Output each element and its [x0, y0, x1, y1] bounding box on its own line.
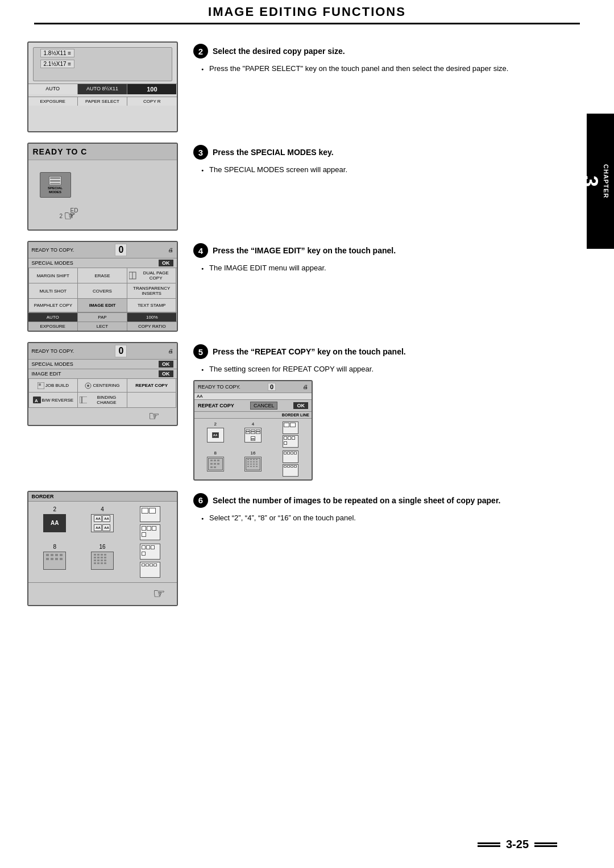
lrp-b4c — [152, 526, 156, 531]
menu-cell-image-edit[interactable]: IMAGE EDIT — [78, 299, 127, 312]
menu-cell-pamphlet[interactable]: PAMPHLET COPY — [29, 299, 78, 312]
svg-rect-1 — [50, 180, 60, 182]
svg-rect-33 — [247, 466, 249, 467]
srp-b8a — [284, 452, 287, 454]
srp-cancel-ok: REPEAT COPY CANCEL OK — [194, 400, 312, 412]
srp-page-4c: AA — [256, 429, 260, 434]
svg-rect-25 — [247, 461, 249, 462]
lrp-opt-16[interactable]: 16 — [80, 544, 125, 578]
srp-b4d — [284, 441, 287, 445]
menu-cell-text-stamp[interactable]: TEXT STAMP — [127, 299, 177, 312]
svg-rect-2 — [50, 183, 60, 184]
menu-cell-job[interactable]: JOB BUILD — [29, 379, 78, 393]
srp-b4a — [284, 436, 287, 440]
menu-cell-erase[interactable]: ERASE — [78, 268, 127, 283]
step-2-bullet-1: Press the "PAPER SELECT" key on the touc… — [201, 63, 551, 75]
lrp-b2a — [142, 508, 148, 514]
large-repeat-panel: BORDER 2 AA 4 — [27, 491, 178, 606]
srp-b2a — [284, 423, 289, 427]
lrp-opt-2-block: AA — [43, 514, 66, 532]
srp-ok-btn[interactable]: OK — [293, 402, 308, 409]
srp-opt-4[interactable]: 4 AA AA AA — [235, 422, 271, 443]
srp-opt-16[interactable]: 16 — [235, 450, 271, 471]
menu-cell-dual[interactable]: DUAL PAGE COPY — [127, 268, 177, 283]
srp-page-8 — [208, 458, 223, 470]
step-5-bullet-1: The setting screen for REPEAT COPY will … — [201, 364, 551, 375]
step-6-instructions: 6 Select the number of images to be repe… — [193, 491, 551, 524]
step5-modes-label: SPECIAL MODES — [32, 361, 73, 367]
step-3-number: 3 — [193, 145, 208, 160]
lrp-grid: 2 AA 4 AA AA — [28, 502, 177, 582]
lrp-border-16b — [140, 562, 160, 578]
step-4-diagram: READY TO COPY. 0 🖨 SPECIAL MODES OK MARG… — [23, 241, 182, 332]
lrp-opt-2[interactable]: 2 AA — [33, 506, 77, 540]
srp-page-16 — [246, 458, 260, 470]
lrp-opt-8[interactable]: 8 — [33, 544, 77, 578]
srp-opt-2[interactable]: 2 AA — [197, 422, 233, 443]
menu-cell-covers[interactable]: COVERS — [78, 283, 127, 299]
svg-rect-15 — [217, 460, 219, 461]
svg-rect-29 — [247, 464, 249, 465]
step4-modes-bar: SPECIAL MODES OK — [28, 258, 177, 268]
page-lines — [478, 842, 500, 847]
menu-cell-transparency[interactable]: TRANSPARENCY INSERTS — [127, 283, 177, 299]
lrp-aa-2: AA — [51, 520, 59, 526]
lrp-border-4 — [140, 524, 160, 540]
special-modes-button[interactable]: SPECIALMODES — [40, 172, 71, 198]
menu-cell-centering[interactable]: CENTERING — [78, 379, 127, 393]
step4-exp-label: EXPOSURE — [28, 322, 78, 331]
svg-rect-52 — [104, 557, 106, 558]
srp-opt-2-label: 2 — [214, 422, 216, 427]
svg-rect-17 — [214, 463, 216, 465]
svg-rect-35 — [253, 466, 255, 467]
menu-cell-binding[interactable]: BINDING CHANGE — [78, 393, 127, 408]
svg-rect-23 — [253, 459, 255, 460]
lrp-opt-4-label: 4 — [101, 506, 104, 512]
srp-b16a — [284, 465, 287, 468]
lrp-finger-area: ☞ — [28, 582, 177, 605]
srp-page-4d: AA — [251, 436, 255, 441]
lrp-b4b — [147, 526, 151, 531]
step-5-heading: 5 Press the “REPEAT COPY” key on the tou… — [193, 344, 551, 359]
srp-images-grid: 2 AA 4 AA — [194, 419, 312, 450]
lrp-border-label: BORDER — [32, 494, 54, 499]
svg-rect-14 — [214, 460, 216, 461]
srp-b16d — [294, 465, 297, 468]
srp-border-8 — [283, 450, 298, 463]
step5-ready: READY TO COPY. — [32, 348, 74, 354]
lrp-opt-4[interactable]: 4 AA AA AA — [80, 506, 125, 540]
svg-rect-20 — [214, 466, 216, 468]
step-4-heading: 4 Press the “IMAGE EDIT” key on the touc… — [193, 243, 551, 258]
step4-ok-btn[interactable]: OK — [159, 260, 173, 266]
step-6-number: 6 — [193, 493, 208, 508]
finger-pointer-5: ☞ — [148, 409, 160, 424]
menu-cell-bw[interactable]: A B/W REVERSE — [29, 393, 78, 408]
lrp-4a: AA — [94, 515, 102, 522]
srp-opt-8[interactable]: 8 — [197, 450, 233, 471]
chapter-number: 3 — [580, 176, 600, 187]
step-3-bullets: The SPECIAL MODES screen will appear. — [201, 164, 551, 176]
svg-rect-60 — [104, 562, 106, 564]
step-4-bullet-1: The IMAGE EDIT menu will appear. — [201, 262, 551, 274]
menu-cell-multi[interactable]: MULTI SHOT — [29, 283, 78, 299]
menu-cell-repeat[interactable]: REPEAT COPY — [127, 379, 177, 393]
size-line-1: 1.8½X11 ≡ — [34, 48, 172, 59]
srp-border-16 — [283, 464, 298, 477]
srp-b8d — [294, 452, 297, 454]
svg-rect-21 — [247, 459, 249, 460]
srp-border-label: BORDER LINE — [194, 412, 312, 419]
step4-ready: READY TO COPY. — [32, 247, 74, 253]
step5-ok1-btn[interactable]: OK — [159, 361, 173, 368]
srp-cancel-btn[interactable]: CANCEL — [250, 402, 278, 410]
srp-b4b — [288, 436, 291, 440]
srp-b16c — [291, 465, 293, 468]
page-footer: 3-25 — [478, 838, 557, 851]
svg-rect-32 — [256, 464, 258, 465]
step5-ok2-btn[interactable]: OK — [159, 370, 173, 377]
lrp-4b: AA — [102, 515, 110, 522]
svg-rect-27 — [253, 461, 255, 462]
srp-aa-row: AA — [194, 393, 312, 400]
step-6-bullets: Select “2”, “4”, “8” or “16” on the touc… — [201, 512, 551, 524]
menu-cell-margin[interactable]: MARGIN SHIFT — [29, 268, 78, 283]
step-3-heading: 3 Press the SPECIAL MODES key. — [193, 145, 551, 160]
